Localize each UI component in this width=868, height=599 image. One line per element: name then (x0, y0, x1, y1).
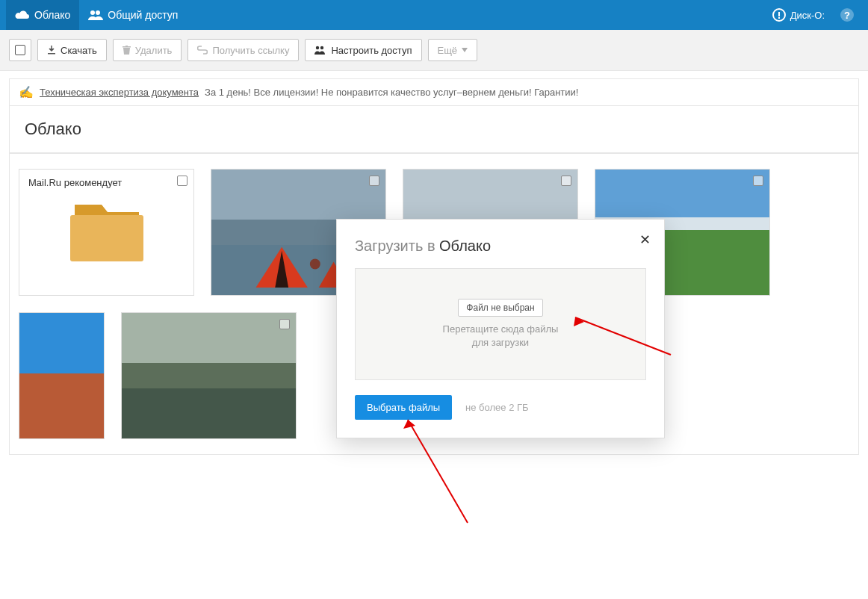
svg-rect-7 (48, 53, 55, 55)
share-icon (314, 46, 326, 55)
modal-title-strong: Облако (439, 238, 491, 254)
link-label: Получить ссылку (212, 45, 289, 56)
thumbnail (122, 313, 296, 438)
chevron-down-icon (462, 48, 468, 52)
nav-disk-o[interactable]: Диск-О: (765, 8, 832, 22)
promo-badge-icon: ✍ (19, 85, 34, 99)
breadcrumb: Облако (9, 106, 859, 153)
tile-checkbox[interactable] (753, 176, 763, 186)
folder-icon (66, 197, 148, 264)
nav-tab-cloud[interactable]: Облако (6, 0, 79, 30)
folder-tile[interactable]: Mail.Ru рекомендует (19, 169, 194, 296)
top-nav: Облако Общий доступ Диск-О: ? (0, 0, 868, 30)
download-icon (47, 46, 56, 55)
select-all-checkbox[interactable] (9, 39, 31, 61)
download-button[interactable]: Скачать (37, 39, 107, 61)
delete-label: Удалить (135, 45, 173, 56)
tile-checkbox[interactable] (177, 176, 187, 186)
thumbnail (19, 313, 104, 438)
nav-help[interactable]: ? (832, 7, 862, 22)
nav-tab-shared-label: Общий доступ (108, 9, 178, 21)
share-button[interactable]: Настроить доступ (305, 39, 421, 61)
select-files-button[interactable]: Выбрать файлы (355, 395, 452, 420)
svg-rect-3 (778, 12, 780, 16)
tile-checkbox[interactable] (279, 319, 290, 329)
help-icon: ? (840, 7, 855, 22)
modal-title-prefix: Загрузить в (355, 238, 439, 254)
svg-rect-4 (778, 17, 780, 19)
drop-text: Перетащите сюда файлы для загрузки (443, 323, 559, 350)
svg-text:?: ? (844, 10, 850, 21)
close-icon[interactable]: ✕ (639, 232, 651, 248)
nav-tab-shared[interactable]: Общий доступ (79, 0, 187, 30)
svg-point-1 (96, 10, 100, 15)
page-title: Облако (25, 120, 81, 138)
link-icon (197, 46, 208, 55)
promo-banner: ✍ Техническая экспертиза документа За 1 … (9, 78, 859, 106)
nav-tab-cloud-label: Облако (34, 9, 70, 21)
folder-label: Mail.Ru рекомендует (28, 177, 122, 188)
upload-modal: ✕ Загрузить в Облако Файл не выбран Пере… (336, 219, 665, 438)
toolbar: Скачать Удалить Получить ссылку Настроит… (0, 30, 868, 71)
svg-point-8 (316, 46, 319, 49)
svg-point-14 (310, 259, 320, 270)
trash-icon (123, 46, 131, 55)
tile-checkbox[interactable] (369, 176, 379, 186)
modal-title: Загрузить в Облако (355, 238, 646, 255)
svg-rect-10 (70, 215, 143, 261)
link-button[interactable]: Получить ссылку (187, 39, 299, 61)
nav-disk-label: Диск-О: (790, 10, 825, 21)
users-icon (88, 10, 103, 20)
disk-icon (772, 8, 786, 22)
image-tile[interactable] (19, 312, 105, 439)
promo-link[interactable]: Техническая экспертиза документа (40, 87, 199, 98)
more-button[interactable]: Ещё (428, 39, 478, 61)
delete-button[interactable]: Удалить (113, 39, 182, 61)
cloud-icon (15, 10, 30, 20)
more-label: Ещё (438, 45, 458, 56)
size-hint: не более 2 ГБ (465, 402, 528, 413)
promo-text: За 1 день! Все лицензии! Не понравится к… (205, 87, 578, 98)
tile-checkbox[interactable] (561, 176, 571, 186)
dropzone[interactable]: Файл не выбран Перетащите сюда файлы для… (355, 268, 646, 380)
svg-point-9 (320, 46, 323, 49)
download-label: Скачать (61, 45, 97, 56)
svg-point-0 (90, 10, 95, 15)
file-chip: Файл не выбран (458, 299, 542, 317)
share-label: Настроить доступ (331, 45, 412, 56)
image-tile[interactable] (121, 312, 297, 439)
